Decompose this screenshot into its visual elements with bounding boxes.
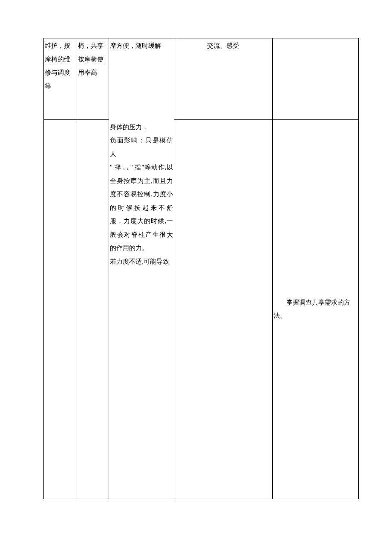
cell-col4-a2 (174, 97, 273, 120)
cell-text: 身体的压力， 负面影响：只是模仿人 " 择 , , " 捏"等动作,以全身按摩为… (110, 121, 173, 269)
cell-text: 维护，按摩椅的维修与调度等 (45, 39, 76, 93)
cell-col2-b (77, 120, 109, 499)
cell-col3: 摩方便，随时缓解 (109, 38, 174, 120)
cell-col2: 椅，共享按摩椅使用率高 (77, 38, 109, 120)
table-row: 维护，按摩椅的维修与调度等 椅，共享按摩椅使用率高 摩方便，随时缓解 交流、感受 (44, 38, 359, 97)
page: 维护，按摩椅的维修与调度等 椅，共享按摩椅使用率高 摩方便，随时缓解 交流、感受 (0, 0, 392, 555)
cell-col4-b (174, 120, 273, 499)
cell-col3-b: 身体的压力， 负面影响：只是模仿人 " 择 , , " 捏"等动作,以全身按摩为… (109, 120, 174, 499)
table-wrap: 维护，按摩椅的维修与调度等 椅，共享按摩椅使用率高 摩方便，随时缓解 交流、感受 (43, 38, 359, 499)
cell-col5-b: 掌握调查共享需求的方法。 (272, 120, 358, 499)
cell-text: 椅，共享按摩椅使用率高 (78, 39, 108, 80)
cell-col1: 维护，按摩椅的维修与调度等 (44, 38, 77, 120)
cell-text: 摩方便，随时缓解 (110, 39, 173, 53)
cell-col1-b (44, 120, 77, 499)
content-table: 维护，按摩椅的维修与调度等 椅，共享按摩椅使用率高 摩方便，随时缓解 交流、感受 (43, 38, 359, 499)
table-row: 身体的压力， 负面影响：只是模仿人 " 择 , , " 捏"等动作,以全身按摩为… (44, 120, 359, 499)
cell-col4-a: 交流、感受 (174, 38, 273, 97)
cell-col5-a2 (272, 97, 358, 120)
cell-text: 掌握调查共享需求的方法。 (274, 296, 357, 323)
cell-col5-a (272, 38, 358, 97)
cell-text: 交流、感受 (175, 39, 271, 53)
